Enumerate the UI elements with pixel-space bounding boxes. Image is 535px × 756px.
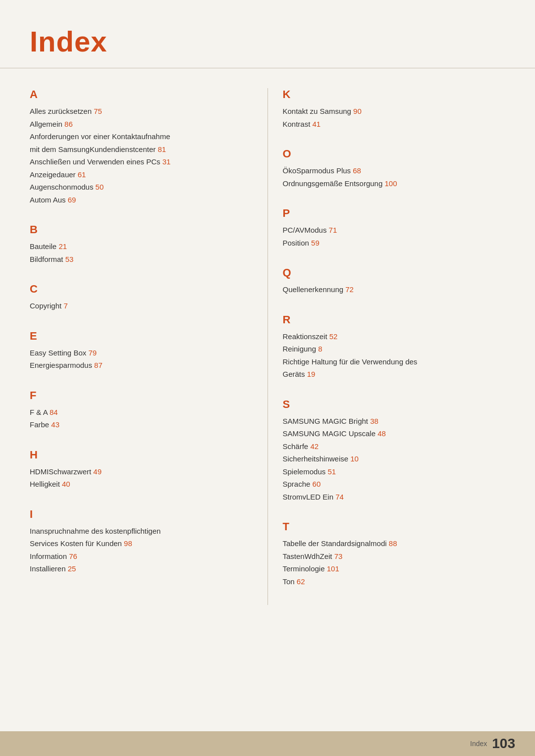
- entry-page-number: 53: [65, 255, 74, 263]
- left-column: AAlles zurücksetzen 75Allgemein 86Anford…: [30, 88, 253, 605]
- entry-page-number: 61: [78, 170, 86, 179]
- index-entry: TastenWdhZeit 73: [283, 550, 506, 563]
- index-entry: Information 76: [30, 550, 253, 563]
- section-letter: S: [283, 398, 506, 411]
- index-entry: Anzeigedauer 61: [30, 168, 253, 181]
- index-entry: Terminologie 101: [283, 562, 506, 575]
- index-entry: Allgemein 86: [30, 118, 253, 131]
- entry-page-number: 60: [313, 480, 321, 488]
- entry-page-number: 21: [58, 242, 67, 251]
- entry-text-line1: Anforderungen vor einer Kontaktaufnahme: [30, 130, 253, 143]
- entry-page-number: 50: [96, 183, 104, 191]
- index-entry: Bauteile 21: [30, 240, 253, 253]
- index-entry: Inanspruchnahme des kostenpflichtigen Se…: [30, 525, 253, 550]
- entry-page-number: 79: [88, 349, 97, 357]
- index-entry: Reaktionszeit 52: [283, 330, 506, 343]
- entry-text-line1: Inanspruchnahme des kostenpflichtigen: [30, 525, 253, 538]
- index-entry: Copyright 7: [30, 300, 253, 312]
- entry-page-number: 43: [51, 420, 59, 429]
- index-entry: Schärfe 42: [283, 440, 506, 453]
- section-letter: A: [30, 88, 253, 101]
- index-entry: ÖkoSparmodus Plus 68: [283, 164, 506, 177]
- entry-page-number: 51: [327, 467, 336, 476]
- index-entry: Sicherheitshinweise 10: [283, 453, 506, 465]
- entry-page-number: 74: [335, 493, 344, 501]
- entry-page-number: 41: [313, 120, 321, 128]
- section-c: CCopyright 7: [30, 283, 253, 312]
- entry-page-number: 7: [63, 302, 67, 310]
- index-entry: Spielemodus 51: [283, 465, 506, 478]
- section-letter: C: [30, 283, 253, 296]
- section-o: OÖkoSparmodus Plus 68Ordnungsgemäße Ents…: [283, 148, 506, 190]
- index-entry: StromvLED Ein 74: [283, 491, 506, 504]
- section-letter: Q: [283, 266, 506, 279]
- entry-page-number: 90: [353, 107, 362, 115]
- entry-page-number: 38: [370, 417, 378, 425]
- entry-text-line2: Geräts 19: [283, 368, 506, 381]
- section-k: KKontakt zu Samsung 90Kontrast 41: [283, 88, 506, 130]
- entry-page-number: 76: [69, 552, 77, 560]
- entry-page-number: 81: [158, 145, 166, 153]
- index-entry: Reinigung 8: [283, 343, 506, 355]
- index-entry: Ordnungsgemäße Entsorgung 100: [283, 177, 506, 190]
- index-entry: Tabelle der Standardsignalmodi 88: [283, 537, 506, 550]
- footer-label: Index: [470, 740, 487, 748]
- section-letter: B: [30, 223, 253, 236]
- section-f: FF & A 84Farbe 43: [30, 389, 253, 431]
- entry-page-number: 10: [350, 454, 359, 463]
- section-q: QQuellenerkennung 72: [283, 266, 506, 296]
- entry-page-number: 75: [94, 107, 102, 115]
- index-entry: Helligkeit 40: [30, 478, 253, 491]
- index-entry: Anforderungen vor einer Kontaktaufnahme …: [30, 130, 253, 155]
- section-letter: H: [30, 449, 253, 461]
- section-r: RReaktionszeit 52Reinigung 8Richtige Hal…: [283, 313, 506, 381]
- index-entry: Anschließen und Verwenden eines PCs 31: [30, 155, 253, 168]
- content-area: AAlles zurücksetzen 75Allgemein 86Anford…: [0, 73, 535, 645]
- section-e: EEasy Setting Box 79Energiesparmodus 87: [30, 330, 253, 372]
- index-entry: SAMSUNG MAGIC Bright 38: [283, 415, 506, 428]
- section-letter: K: [283, 88, 506, 101]
- section-t: TTabelle der Standardsignalmodi 88Tasten…: [283, 520, 506, 588]
- index-entry: Alles zurücksetzen 75: [30, 105, 253, 118]
- index-entry: Position 59: [283, 237, 506, 250]
- index-entry: SAMSUNG MAGIC Upscale 48: [283, 427, 506, 440]
- entry-page-number: 42: [310, 442, 319, 451]
- section-s: SSAMSUNG MAGIC Bright 38SAMSUNG MAGIC Up…: [283, 398, 506, 504]
- entry-page-number: 8: [318, 345, 322, 353]
- entry-page-number: 98: [124, 539, 132, 548]
- entry-page-number: 59: [311, 239, 320, 247]
- index-entry: Sprache 60: [283, 478, 506, 491]
- entry-page-number: 73: [334, 552, 343, 560]
- section-letter: F: [30, 389, 253, 402]
- index-entry: Farbe 43: [30, 418, 253, 431]
- entry-page-number: 40: [62, 480, 70, 488]
- index-entry: F & A 84: [30, 406, 253, 419]
- entry-page-number: 100: [384, 179, 397, 188]
- index-entry: Kontrast 41: [283, 118, 506, 131]
- footer: Index 103: [0, 731, 535, 756]
- index-entry: Augenschonmodus 50: [30, 181, 253, 194]
- index-entry: Kontakt zu Samsung 90: [283, 105, 506, 118]
- entry-page-number: 84: [50, 408, 58, 416]
- entry-page-number: 69: [68, 196, 76, 204]
- index-entry: Richtige Haltung für die Verwendung des …: [283, 355, 506, 381]
- index-entry: PC/AVModus 71: [283, 224, 506, 237]
- section-h: HHDMISchwarzwert 49Helligkeit 40: [30, 449, 253, 491]
- entry-page-number: 68: [353, 166, 361, 175]
- index-entry: Autom Aus 69: [30, 194, 253, 206]
- entry-page-number: 88: [389, 539, 397, 548]
- index-entry: Quellenerkennung 72: [283, 283, 506, 296]
- page: Index AAlles zurücksetzen 75Allgemein 86…: [0, 0, 535, 756]
- entry-page-number: 86: [64, 120, 73, 128]
- footer-page-number: 103: [492, 736, 515, 752]
- vertical-divider: [268, 88, 268, 605]
- section-a: AAlles zurücksetzen 75Allgemein 86Anford…: [30, 88, 253, 206]
- index-entry: Ton 62: [283, 575, 506, 588]
- section-letter: T: [283, 520, 506, 533]
- entry-page-number: 87: [94, 361, 103, 369]
- entry-page-number: 25: [68, 564, 76, 573]
- section-letter: P: [283, 207, 506, 220]
- index-entry: HDMISchwarzwert 49: [30, 465, 253, 478]
- entry-page-number: 49: [93, 467, 102, 476]
- section-i: IInanspruchnahme des kostenpflichtigen S…: [30, 508, 253, 575]
